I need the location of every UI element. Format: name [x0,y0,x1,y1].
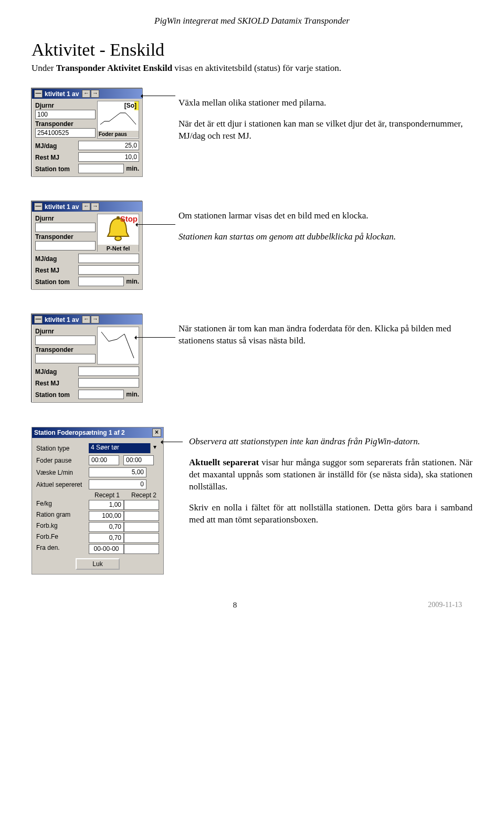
activity-panel-2: — ktivitet 1 av ← → Djurnr Transponder [32,201,143,290]
stationtype-value: 4 Søer tør [89,443,150,453]
page-footer: 8 2009-11-13 [32,601,472,610]
min-label: min. [126,165,139,172]
min-label: min. [126,278,139,285]
transponder-field-3[interactable] [35,354,96,363]
nav-prev-icon[interactable]: ← [82,203,90,211]
fraden-field-2[interactable] [124,544,159,554]
ration-label: Ration gram [36,511,89,521]
fraden-label: Fra den. [36,544,89,554]
close-icon[interactable]: × [152,429,161,437]
fraden-field[interactable]: 00-00-00 [89,544,124,554]
section-3: — ktivitet 1 av ← → Djurnr Transponder [32,314,472,403]
transponder-field-2[interactable] [35,241,96,250]
recept1-header: Recept 1 [89,492,125,499]
stationtom-field-3[interactable] [78,390,124,399]
nav-next-icon[interactable]: → [91,90,99,98]
forbkg-field[interactable]: 0,70 [89,522,124,532]
minimize-icon[interactable]: — [34,203,43,211]
section-2: — ktivitet 1 av ← → Djurnr Transponder [32,201,472,290]
recept2-header: Recept 2 [125,492,162,499]
para-3b: Stationen kan startas om genom att dubbe… [178,231,472,243]
nav-prev-icon[interactable]: ← [82,316,90,323]
chevron-down-icon[interactable]: ▾ [150,443,159,453]
so-label: [So] [124,102,136,109]
stationtype-dropdown[interactable]: 4 Søer tør ▾ [89,443,159,453]
footer-date: 2009-11-13 [428,601,462,610]
transponder-label: Transponder [35,346,96,353]
restmj-label: Rest MJ [35,154,78,161]
fekg-field[interactable]: 1,00 [89,500,124,510]
mjdag-label: MJ/dag [35,255,78,263]
djurnr-label: Djurnr [35,328,96,335]
para-2: När det är ett djur i stationen kan man … [178,118,472,142]
svg-point-0 [115,236,121,241]
stationtom-label: Station tom [35,165,78,173]
aktuel-label: Aktuel sepereret [36,481,89,488]
mjdag-field-2[interactable] [78,254,139,263]
para6-bold: Aktuellt separerat [189,457,259,467]
activity-panel-3: — ktivitet 1 av ← → Djurnr Transponder [32,314,143,403]
intro: Under Transponder Aktivitet Enskild visa… [32,63,472,74]
restmj-label: Rest MJ [35,380,78,387]
transponder-field[interactable]: 254100525 [35,128,96,138]
transponder-label: Transponder [35,233,96,241]
section-1: — ktivitet 1 av ← → Djurnr 100 Transpond… [32,88,472,177]
para-3a: Om stationen larmar visas det en bild me… [178,210,472,222]
nav-next-icon[interactable]: → [91,203,99,211]
nav-next-icon[interactable]: → [91,316,99,323]
djurnr-label: Djurnr [35,102,96,109]
djurnr-label: Djurnr [35,215,96,222]
foderpause-field-1[interactable]: 00:00 [89,455,119,465]
foder-paus-label: Foder paus [98,131,139,138]
djurnr-field[interactable]: 100 [35,110,96,119]
ration-field-2[interactable] [124,511,159,521]
forbkg-label: Forb.kg [36,522,89,532]
mjdag-field[interactable]: 25,0 [78,141,139,150]
forbkg-field-2[interactable] [124,522,159,532]
pnet-error-label: P-Net fel [98,245,139,252]
mjdag-field-3[interactable] [78,367,139,376]
vaeske-field[interactable]: 5,00 [89,467,146,477]
fekg-label: Fe/kg [36,500,89,510]
svg-rect-1 [117,216,120,220]
restmj-field[interactable]: 10,0 [78,152,139,162]
restmj-field-2[interactable] [78,265,139,275]
status-chart-icon[interactable]: [So] Foder paus [97,101,139,139]
page-title: Aktivitet - Enskild [32,40,472,60]
transponder-label: Transponder [35,120,96,128]
para-1: Växla mellan olika stationer med pilarna… [178,97,472,109]
fekg-field-2[interactable] [124,500,159,510]
status-chart-empty-icon[interactable] [97,327,139,364]
restmj-field-3[interactable] [78,378,139,388]
foderpause-field-2[interactable]: 00:00 [123,455,154,465]
foder-titlebar[interactable]: Station Foderopsætning 1 af 2 × [32,427,163,438]
forbfe-field[interactable]: 0,70 [89,533,124,543]
restmj-label: Rest MJ [35,267,78,274]
nav-prev-icon[interactable]: ← [82,90,90,98]
titlebar-2[interactable]: — ktivitet 1 av ← → [32,202,142,212]
minimize-icon[interactable]: — [34,316,43,323]
para-6: Aktuellt separerat visar hur många suggo… [189,457,472,493]
stationtom-label: Station tom [35,278,78,286]
forbfe-field-2[interactable] [124,533,159,543]
para-4: När stationen är tom kan man ändra foder… [178,323,472,347]
stationtom-field-2[interactable] [78,277,124,286]
aktuel-field[interactable]: 0 [89,479,146,489]
foderpause-label: Foder pause [36,457,89,464]
section-4: Station Foderopsætning 1 af 2 × Station … [32,427,472,574]
title-text-1: ktivitet 1 av [45,90,79,98]
activity-panel-1: — ktivitet 1 av ← → Djurnr 100 Transpond… [32,88,143,177]
foder-setup-panel: Station Foderopsætning 1 af 2 × Station … [32,427,164,574]
minimize-icon[interactable]: — [34,90,43,98]
luk-button[interactable]: Luk [76,558,120,570]
vaeske-label: Væske L/min [36,469,89,476]
para-7: Skriv en nolla i fältet för att nollstäl… [189,502,472,526]
djurnr-field-2[interactable] [35,223,96,232]
alarm-bell-icon[interactable]: Stop P-Net fel [97,214,139,252]
stationtom-field[interactable] [78,164,124,173]
titlebar-1[interactable]: — ktivitet 1 av ← → [32,89,142,99]
intro-pre: Under [32,63,56,73]
djurnr-field-3[interactable] [35,336,96,345]
ration-field[interactable]: 100,00 [89,511,124,521]
titlebar-3[interactable]: — ktivitet 1 av ← → [32,315,142,325]
